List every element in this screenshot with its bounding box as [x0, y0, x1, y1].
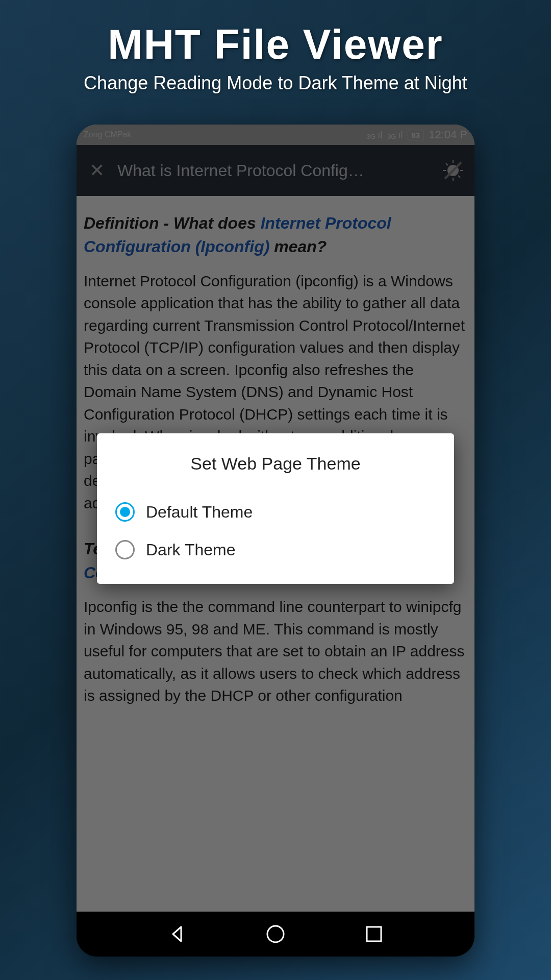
radio-option-dark[interactable]: Dark Theme [112, 531, 439, 569]
paragraph-2: Ipconfig is the the command line counter… [84, 596, 467, 707]
promo-title: MHT File Viewer [10, 20, 541, 68]
battery-indicator: 83 [408, 130, 423, 140]
promo-subtitle: Change Reading Mode to Dark Theme at Nig… [10, 72, 541, 94]
promo-header: MHT File Viewer Change Reading Mode to D… [0, 0, 551, 109]
radio-dot-icon [120, 507, 130, 517]
signal-indicator-1: 3G ıl [367, 130, 382, 140]
radio-label: Dark Theme [146, 541, 235, 559]
radio-label: Default Theme [146, 503, 253, 522]
svg-rect-11 [367, 927, 381, 941]
status-carrier: Zong CMPak [84, 130, 131, 139]
svg-line-6 [458, 176, 460, 178]
recent-apps-button[interactable] [363, 923, 385, 945]
radio-indicator [115, 540, 135, 559]
theme-dialog: Set Web Page Theme Default Theme Dark Th… [97, 433, 454, 584]
svg-point-10 [267, 926, 284, 942]
dialog-title: Set Web Page Theme [112, 454, 439, 474]
definition-heading: Definition - What does Internet Protocol… [84, 211, 467, 259]
close-button[interactable]: ✕ [87, 161, 107, 180]
home-button[interactable] [264, 923, 287, 945]
signal-indicator-2: 3G ıl [387, 130, 403, 140]
heading-suffix: mean? [269, 237, 327, 256]
theme-toggle-icon[interactable] [442, 159, 464, 182]
status-right: 3G ıl 3G ıl 83 12:04 P [367, 128, 467, 141]
status-bar: Zong CMPak 3G ıl 3G ıl 83 12:04 P [77, 125, 474, 145]
nav-bar [77, 912, 474, 957]
back-button[interactable] [166, 923, 188, 945]
app-bar: ✕ What is Internet Protocol Config… [77, 145, 474, 196]
phone-frame: Zong CMPak 3G ıl 3G ıl 83 12:04 P ✕ What… [77, 125, 474, 957]
status-time: 12:04 P [429, 128, 467, 141]
radio-indicator [115, 502, 135, 522]
phone-screen: Zong CMPak 3G ıl 3G ıl 83 12:04 P ✕ What… [77, 125, 474, 912]
heading-prefix: Definition - What does [84, 214, 261, 232]
page-title: What is Internet Protocol Config… [117, 161, 432, 180]
svg-line-5 [446, 163, 448, 165]
radio-option-default[interactable]: Default Theme [112, 493, 439, 531]
